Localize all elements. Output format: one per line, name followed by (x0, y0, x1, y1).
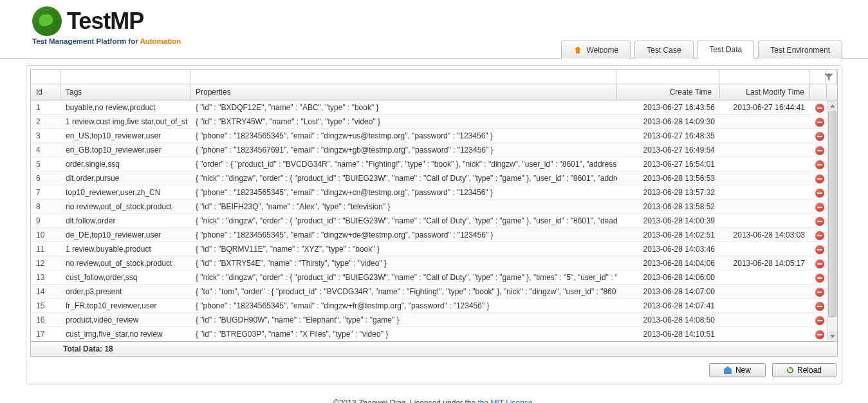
new-button[interactable]: New (709, 363, 766, 377)
cell-delete (810, 116, 827, 127)
delete-icon[interactable] (815, 259, 824, 268)
table-row[interactable]: 16product,video_review{ "id" : "BUGDH90W… (31, 313, 837, 327)
cell-delete (810, 314, 827, 325)
cell-properties: { "nick" : "dingzw", "order" : { "produc… (190, 273, 617, 282)
cell-tags: no review,out_of_stock,product (60, 202, 190, 211)
delete-icon[interactable] (815, 132, 824, 141)
cell-delete (810, 130, 827, 141)
tab-welcome[interactable]: Welcome (561, 41, 631, 59)
delete-icon[interactable] (815, 217, 824, 226)
cell-tags: en_GB,top10_reviewer,user (60, 145, 190, 155)
table-row[interactable]: 3en_US,top10_reviewer,user{ "phone" : "1… (31, 129, 837, 143)
delete-icon[interactable] (815, 231, 824, 240)
delete-icon[interactable] (815, 316, 824, 325)
header-id[interactable]: Id (31, 84, 60, 100)
scrollbar-thumb[interactable] (828, 111, 836, 317)
table-row[interactable]: 4en_GB,top10_reviewer,user{ "phone" : "1… (31, 143, 837, 157)
delete-icon[interactable] (815, 330, 824, 339)
table-row[interactable]: 10de_DE,top10_reviewer,user{ "phone" : "… (31, 228, 837, 242)
table-row[interactable]: 13cust_follow,order,ssq{ "nick" : "dingz… (31, 270, 837, 285)
cell-id: 4 (31, 145, 60, 155)
reload-button[interactable]: Reload (772, 363, 836, 377)
cell-properties: { "phone" : "18234565345", "email" : "di… (190, 131, 617, 140)
table-row[interactable]: 21 review,cust img,five star,out_of_st{ … (31, 115, 837, 129)
cell-create-time: 2013-06-28 14:06:00 (617, 273, 720, 282)
cell-tags: cust_img,five_star,no review (60, 330, 190, 339)
table-row[interactable]: 15fr_FR,top10_reviewer,user{ "phone" : "… (31, 299, 837, 313)
table-row[interactable]: 12no review,out_of_stock,product{ "id" :… (31, 256, 837, 270)
cell-create-time: 2013-06-28 14:07:41 (617, 301, 720, 310)
cell-tags: dlt,order,pursue (60, 174, 190, 183)
table-row[interactable]: 14order,p3,present{ "to" : "tom", "order… (31, 285, 837, 299)
cell-id: 11 (31, 245, 60, 254)
delete-icon[interactable] (815, 104, 824, 113)
delete-icon[interactable] (815, 160, 824, 169)
cell-create-time: 2013-06-28 14:04:06 (617, 259, 720, 268)
header-modify-time[interactable]: Last Modify Time (720, 84, 810, 100)
cell-create-time: 2013-06-28 14:00:39 (617, 216, 720, 225)
grid-footer: Total Data: 18 (31, 341, 837, 356)
table-row[interactable]: 6dlt,order,pursue{ "nick" : "dingzw", "o… (31, 171, 837, 185)
cell-id: 2 (31, 117, 60, 126)
cell-properties: { "id" : "BXTRY54E", "name" : "Thirsty",… (190, 259, 617, 268)
delete-icon[interactable] (815, 302, 824, 311)
cell-id: 3 (31, 131, 60, 140)
grid-filter-row (31, 70, 837, 84)
delete-icon[interactable] (815, 274, 824, 283)
cell-properties: { "id" : "BUGDH90W", "name" : "Elephant"… (190, 315, 617, 324)
cell-id: 15 (31, 301, 60, 310)
delete-icon[interactable] (815, 118, 824, 127)
filter-cell-id[interactable] (31, 70, 60, 84)
cell-properties: { "nick" : "dingzw", "order" : { "produc… (190, 174, 617, 183)
table-row[interactable]: 8no review,out_of_stock,product{ "id" : … (31, 200, 837, 214)
header-tags[interactable]: Tags (60, 84, 190, 100)
button-label: New (735, 366, 751, 375)
header-properties[interactable]: Properties (190, 84, 617, 100)
scrollbar-down[interactable] (827, 331, 837, 341)
cell-delete (810, 173, 827, 183)
cell-tags: cust_follow,order,ssq (60, 273, 190, 282)
cell-tags: fr_FR,top10_reviewer,user (60, 301, 190, 310)
table-row[interactable]: 17cust_img,five_star,no review{ "id" : "… (31, 327, 837, 341)
filter-cell-props[interactable] (190, 70, 616, 84)
delete-icon[interactable] (815, 146, 824, 155)
filter-cell-create[interactable] (616, 70, 719, 84)
delete-icon[interactable] (815, 245, 824, 254)
tab-test-data[interactable]: Test Data (697, 41, 755, 59)
cell-tags: de_DE,top10_reviewer,user (60, 230, 190, 239)
table-row[interactable]: 111 review,buyable,product{ "id" : "BQRM… (31, 242, 837, 256)
logo-text: TestMP (67, 8, 143, 35)
scrollbar[interactable] (827, 100, 837, 341)
cell-create-time: 2013-06-28 14:09:30 (617, 117, 720, 126)
delete-icon[interactable] (815, 288, 824, 297)
tab-test-environment[interactable]: Test Environment (758, 41, 842, 59)
license-link[interactable]: the MIT License (477, 398, 532, 403)
table-row[interactable]: 9dlt,follow,order{ "nick" : "dingzw", "o… (31, 214, 837, 228)
filter-cell-modify[interactable] (719, 70, 809, 84)
logo-icon (32, 6, 62, 36)
cell-id: 13 (31, 273, 60, 282)
cell-properties: { "order" : { "product_id" : "BVCDG34R",… (190, 160, 617, 169)
tab-test-case[interactable]: Test Case (634, 41, 693, 59)
table-row[interactable]: 7top10_reviewer,user,zh_CN{ "phone" : "1… (31, 185, 837, 200)
header-create-time[interactable]: Create Time (617, 84, 720, 100)
cell-delete (810, 187, 827, 198)
filter-cell-tags[interactable] (60, 70, 190, 84)
table-row[interactable]: 1buyable,no review,product{ "id" : "BXDQ… (31, 100, 837, 115)
delete-icon[interactable] (815, 189, 824, 198)
cell-properties: { "phone" : "18234565345", "email" : "di… (190, 188, 617, 197)
delete-icon[interactable] (815, 174, 824, 183)
table-row[interactable]: 5order,single,ssq{ "order" : { "product_… (31, 157, 837, 171)
cell-delete (810, 258, 827, 268)
cell-properties: { "phone" : "18234567691", "email" : "di… (190, 145, 617, 155)
button-label: Reload (797, 366, 822, 375)
page-footer: ©2013 Zhaowei Ding. Licensed under the t… (0, 391, 868, 403)
delete-icon[interactable] (815, 203, 824, 212)
cell-delete (810, 102, 827, 113)
cell-create-time: 2013-06-28 14:10:51 (617, 330, 720, 339)
cell-tags: no review,out_of_stock,product (60, 259, 190, 268)
filter-icon[interactable] (824, 73, 833, 82)
tab-label: Test Data (710, 45, 743, 54)
cell-properties: { "id" : "BXDQF12E", "name" : "ABC", "ty… (190, 103, 617, 112)
scrollbar-up[interactable] (827, 100, 837, 111)
